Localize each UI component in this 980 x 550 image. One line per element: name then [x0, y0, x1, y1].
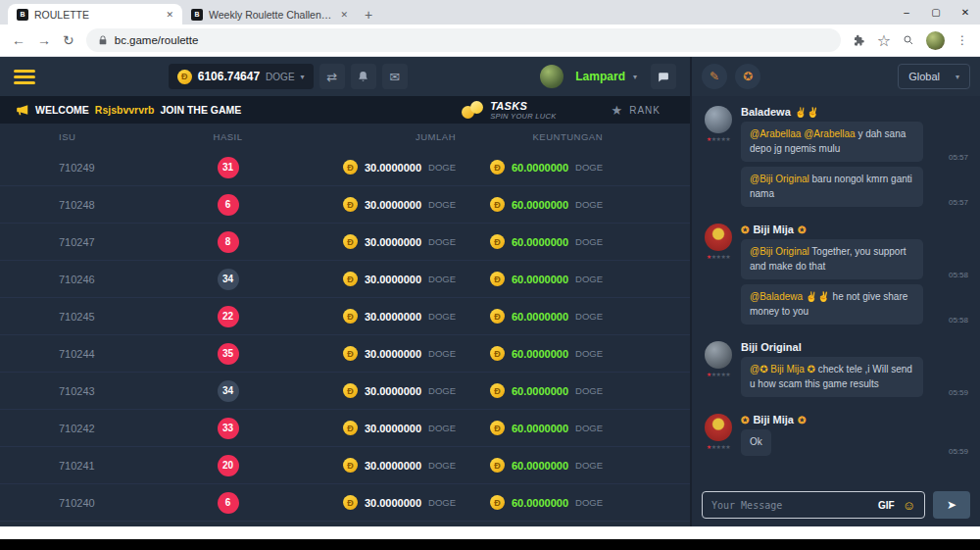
- hamburger-menu-icon[interactable]: [14, 70, 35, 84]
- currency-unit: DOGE: [575, 274, 603, 284]
- welcome-message: WELCOME Rsjsbvvrvrb JOIN THE GAME: [16, 103, 462, 117]
- close-button[interactable]: ✕: [951, 0, 980, 25]
- doge-coin-icon: Ð: [343, 197, 358, 212]
- table-row[interactable]: 710249 31 Ð 30.0000000 DOGE Ð 60.0000000…: [0, 149, 690, 186]
- toolbar-actions: ☆ ⋮: [853, 31, 968, 50]
- chat-username[interactable]: Baladewa ✌✌: [741, 106, 968, 118]
- window-controls: – ▢ ✕: [892, 0, 980, 25]
- bet-amount: 30.0000000: [365, 460, 421, 472]
- mention[interactable]: @Arabellaa @Arabellaa: [750, 128, 856, 139]
- channel-selector[interactable]: Global ▾: [898, 64, 970, 89]
- tasks-subtitle: SPIN YOUR LUCK: [490, 112, 556, 121]
- table-row[interactable]: 710245 22 Ð 30.0000000 DOGE Ð 60.0000000…: [0, 298, 690, 335]
- tab-close-icon[interactable]: ✕: [166, 10, 173, 20]
- search-icon[interactable]: [903, 34, 914, 46]
- currency-unit: DOGE: [428, 311, 456, 322]
- doge-coin-icon: Ð: [490, 160, 505, 175]
- result-badge: 34: [218, 380, 239, 402]
- medal-icon[interactable]: ✪: [735, 64, 760, 89]
- star-rating: ★★★★★: [707, 443, 730, 450]
- site-favicon-icon: B: [17, 9, 28, 21]
- user-avatar[interactable]: [540, 65, 564, 88]
- bet-amount: 30.0000000: [365, 497, 421, 509]
- profit-amount: 60.0000000: [512, 385, 568, 397]
- gif-button[interactable]: GIF: [878, 500, 895, 511]
- welcome-username: Rsjsbvvrvrb: [95, 104, 155, 116]
- chat-username[interactable]: ✪ Biji Mija ✪: [741, 414, 968, 425]
- avatar[interactable]: [705, 224, 732, 251]
- new-tab-button[interactable]: +: [357, 4, 380, 25]
- mention[interactable]: @Baladewa ✌✌: [750, 291, 830, 302]
- bet-amount: 30.0000000: [365, 274, 421, 285]
- maximize-button[interactable]: ▢: [921, 0, 951, 25]
- chat-bubble: @Biji Original Together, you support and…: [741, 239, 923, 279]
- table-row[interactable]: 710240 6 Ð 30.0000000 DOGE Ð 60.0000000 …: [0, 484, 690, 522]
- minimize-button[interactable]: –: [892, 0, 921, 25]
- currency-unit: DOGE: [428, 385, 456, 396]
- profile-avatar[interactable]: [926, 31, 945, 50]
- tab-roulette[interactable]: B ROULETTE ✕: [8, 4, 182, 25]
- balance-selector[interactable]: Ð 6106.74647 DOGE ▾: [169, 64, 314, 89]
- site-favicon-icon: B: [191, 9, 203, 21]
- extensions-icon[interactable]: [853, 34, 865, 47]
- result-badge: 31: [218, 157, 239, 178]
- chat-username[interactable]: Biji Original: [741, 341, 968, 353]
- doge-coin-icon: Ð: [343, 346, 358, 361]
- tasks-banner[interactable]: TASKS SPIN YOUR LUCK: [462, 100, 556, 121]
- letterbox-strip: [0, 539, 980, 550]
- table-row[interactable]: 710246 34 Ð 30.0000000 DOGE Ð 60.0000000…: [0, 261, 690, 298]
- doge-coin-icon: Ð: [343, 160, 358, 175]
- result-cell: 33: [172, 418, 284, 439]
- result-badge: 6: [218, 492, 239, 514]
- round-id: 710248: [59, 199, 172, 211]
- table-row[interactable]: 710244 35 Ð 30.0000000 DOGE Ð 60.0000000…: [0, 335, 690, 373]
- back-button[interactable]: ←: [12, 32, 25, 48]
- doge-coin-icon: Ð: [490, 458, 505, 473]
- chat-bubble: @Baladewa ✌✌ he not give share money to …: [741, 284, 923, 325]
- chat-messages: ★★★★★ Baladewa ✌✌ @Arabellaa @Arabellaa …: [692, 96, 980, 483]
- chat-username[interactable]: ✪ Biji Mija ✪: [741, 224, 968, 235]
- avatar[interactable]: [705, 414, 732, 441]
- mention[interactable]: @Biji Original: [750, 174, 809, 184]
- forward-button[interactable]: →: [37, 32, 51, 48]
- send-button[interactable]: ➤: [933, 491, 970, 519]
- bet-amount-cell: Ð 30.0000000 DOGE: [284, 421, 466, 435]
- emoji-picker-icon[interactable]: ☺: [903, 498, 915, 513]
- table-row[interactable]: 710243 34 Ð 30.0000000 DOGE Ð 60.0000000…: [0, 373, 690, 410]
- table-row[interactable]: 710248 6 Ð 30.0000000 DOGE Ð 60.0000000 …: [0, 186, 690, 224]
- menu-kebab-icon[interactable]: ⋮: [956, 33, 968, 47]
- table-row[interactable]: 710242 33 Ð 30.0000000 DOGE Ð 60.0000000…: [0, 410, 690, 447]
- result-badge: 6: [218, 194, 239, 216]
- currency-unit: DOGE: [428, 274, 456, 284]
- tab-weekly-challenge[interactable]: B Weekly Roulette Challenge - Wir ✕: [182, 4, 357, 25]
- avatar[interactable]: [705, 341, 732, 369]
- avatar[interactable]: [705, 106, 732, 133]
- bet-amount: 30.0000000: [365, 348, 421, 360]
- currency-unit: DOGE: [428, 162, 456, 173]
- doge-coin-icon: Ð: [343, 495, 358, 510]
- swap-currency-icon[interactable]: ⇄: [319, 64, 345, 89]
- doge-coin-icon: Ð: [343, 383, 358, 398]
- profit-cell: Ð 60.0000000 DOGE: [466, 197, 632, 212]
- notifications-bell-icon[interactable]: [351, 64, 376, 89]
- round-id: 710245: [59, 311, 172, 323]
- chevron-down-icon[interactable]: ▾: [633, 73, 637, 81]
- tab-close-icon[interactable]: ✕: [340, 10, 348, 20]
- pencil-icon[interactable]: ✎: [702, 64, 727, 89]
- doge-coin-icon: Ð: [490, 234, 505, 249]
- reload-button[interactable]: ↻: [63, 32, 74, 48]
- bookmark-star-icon[interactable]: ☆: [877, 31, 891, 50]
- table-row[interactable]: 710241 20 Ð 30.0000000 DOGE Ð 60.0000000…: [0, 447, 690, 484]
- mention[interactable]: @✪ Biji Mija ✪: [750, 364, 815, 375]
- mail-icon[interactable]: ✉: [382, 64, 408, 89]
- address-bar[interactable]: bc.game/roulette: [86, 28, 841, 52]
- user-group: Lampard ▾: [540, 64, 676, 89]
- mention[interactable]: @Biji Original: [750, 246, 809, 257]
- table-row[interactable]: 710247 8 Ð 30.0000000 DOGE Ð 60.0000000 …: [0, 224, 690, 261]
- chat-toggle-icon[interactable]: [651, 64, 676, 89]
- rank-link[interactable]: ★ RANK: [612, 103, 674, 118]
- username[interactable]: Lampard: [575, 70, 625, 83]
- bet-amount-cell: Ð 30.0000000 DOGE: [284, 495, 466, 510]
- message-input[interactable]: [711, 500, 870, 511]
- chat-header: ✎ ✪ Global ▾: [692, 57, 980, 96]
